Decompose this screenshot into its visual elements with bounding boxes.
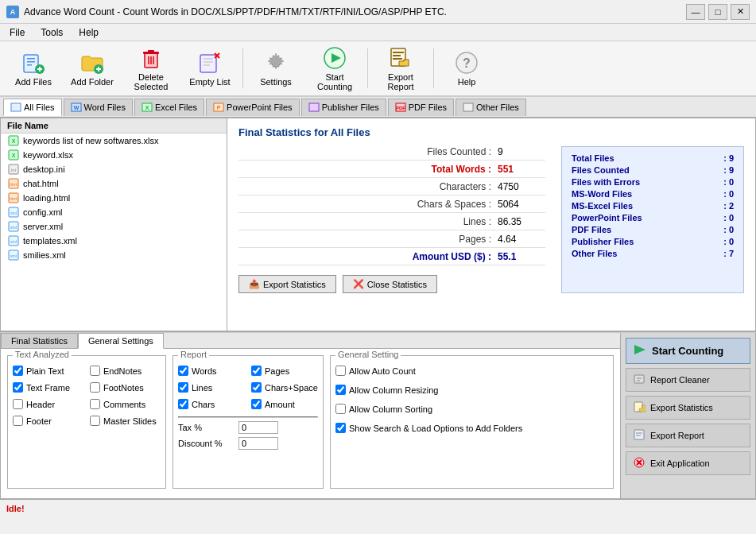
- svg-rect-33: [11, 103, 21, 111]
- discount-input[interactable]: [238, 437, 278, 450]
- file-item[interactable]: X keyword.xlsx: [1, 148, 227, 162]
- menu-bar: File Tools Help: [0, 24, 756, 41]
- close-statistics-button[interactable]: ❌ Close Statistics: [343, 275, 437, 293]
- footer-checkbox[interactable]: [13, 416, 23, 426]
- discount-row: Discount %: [178, 437, 318, 450]
- file-item[interactable]: xml config.xml: [1, 205, 227, 219]
- toolbar-separator-2: [367, 48, 368, 88]
- tab-excel-files[interactable]: X Excel Files: [134, 99, 204, 116]
- words-checkbox[interactable]: [178, 366, 188, 376]
- stats-buttons: 📤 Export Statistics ❌ Close Statistics: [238, 275, 545, 293]
- export-statistics-button[interactable]: 📤 Export Statistics: [238, 275, 336, 293]
- add-files-icon: [21, 50, 46, 75]
- tab-publisher-files[interactable]: Publisher Files: [301, 99, 386, 116]
- export-report-right-button[interactable]: Export Report: [626, 424, 750, 447]
- file-xlsx-icon: X: [7, 135, 20, 146]
- tab-all-files[interactable]: All Files: [3, 99, 62, 116]
- file-name: keywords list of new softwares.xlsx: [23, 136, 159, 145]
- start-counting-right-button[interactable]: Start Counting: [626, 338, 750, 364]
- stat-label-total-words: Total Words :: [238, 164, 498, 175]
- search-load-checkbox[interactable]: [335, 423, 346, 433]
- file-name: server.xml: [23, 222, 63, 231]
- tax-input[interactable]: [238, 421, 278, 434]
- column-sorting-checkbox[interactable]: [335, 404, 346, 414]
- checkbox-footer: Footer: [13, 416, 83, 426]
- chars-space-checkbox[interactable]: [251, 382, 262, 393]
- words-label: Words: [192, 366, 217, 376]
- maximize-button[interactable]: □: [708, 4, 727, 20]
- close-stats-icon: ❌: [353, 279, 364, 289]
- delete-selected-label: Delete Selected: [126, 72, 176, 91]
- file-item[interactable]: X keywords list of new softwares.xlsx: [1, 134, 227, 148]
- file-item[interactable]: xml smilies.xml: [1, 248, 227, 262]
- tab-word-files[interactable]: W Word Files: [64, 99, 133, 116]
- tab-final-statistics[interactable]: Final Statistics: [1, 333, 78, 348]
- tab-publisher-files-label: Publisher Files: [322, 103, 379, 112]
- stat-right-other: Other Files : 7: [572, 249, 734, 258]
- checkbox-header: Header: [13, 399, 83, 409]
- empty-list-button[interactable]: Empty List: [181, 44, 238, 92]
- minimize-button[interactable]: —: [686, 4, 705, 20]
- auto-count-checkbox[interactable]: [335, 366, 346, 376]
- add-files-button[interactable]: Add Files: [5, 44, 62, 92]
- master-slides-checkbox[interactable]: [90, 416, 100, 426]
- comments-checkbox[interactable]: [90, 399, 100, 409]
- pages-checkbox[interactable]: [251, 366, 262, 376]
- settings-button[interactable]: Settings: [247, 44, 304, 92]
- checkbox-comments: Comments: [90, 399, 161, 409]
- stat-right-label-files-counted: Files Counted: [572, 165, 630, 175]
- menu-tools[interactable]: Tools: [37, 26, 66, 39]
- amount-checkbox[interactable]: [251, 399, 262, 409]
- tab-other-files[interactable]: Other Files: [456, 99, 526, 116]
- svg-text:xml: xml: [10, 211, 17, 215]
- stat-value-pages: 4.64: [498, 234, 545, 245]
- chars-checkbox[interactable]: [178, 399, 188, 409]
- svg-text:W: W: [73, 105, 79, 110]
- bottom-tabs: Final Statistics General Settings: [1, 333, 620, 349]
- export-statistics-right-button[interactable]: Export Statistics: [626, 396, 750, 420]
- delete-selected-button[interactable]: Delete Selected: [122, 44, 180, 92]
- status-bar: Idle!: [0, 499, 756, 517]
- stat-row-lines: Lines : 86.35: [238, 216, 545, 230]
- tab-powerpoint-files[interactable]: P PowerPoint Files: [206, 99, 300, 116]
- app-title: Advance Word Count - Count Words in DOC/…: [24, 6, 686, 17]
- file-item[interactable]: html loading.html: [1, 191, 227, 205]
- column-resizing-checkbox[interactable]: [335, 385, 346, 395]
- lines-label: Lines: [192, 383, 212, 393]
- exit-application-button[interactable]: Exit Application: [626, 451, 750, 475]
- file-list-header: File Name: [1, 118, 227, 134]
- export-report-button[interactable]: Export Report: [372, 44, 429, 92]
- file-item[interactable]: html chat.html: [1, 176, 227, 191]
- add-folder-button[interactable]: Add Folder: [64, 44, 121, 92]
- other-tab-icon: [463, 103, 474, 112]
- text-analyzed-title: Text Analyzed: [13, 350, 72, 359]
- lines-checkbox[interactable]: [178, 382, 188, 393]
- file-item[interactable]: xml templates.xml: [1, 234, 227, 248]
- endnotes-checkbox[interactable]: [90, 366, 100, 376]
- file-item[interactable]: xml server.xml: [1, 219, 227, 234]
- tab-pdf-files[interactable]: PDF PDF Files: [388, 99, 454, 116]
- plain-text-checkbox[interactable]: [13, 366, 23, 376]
- tab-general-settings[interactable]: General Settings: [78, 333, 164, 349]
- report-cleaner-label: Report Cleaner: [650, 375, 710, 385]
- start-counting-button[interactable]: Start Counting: [306, 44, 363, 92]
- header-checkbox[interactable]: [13, 399, 23, 409]
- pdf-tab-icon: PDF: [395, 103, 406, 112]
- report-cleaner-button[interactable]: Report Cleaner: [626, 368, 750, 392]
- help-button[interactable]: ? Help: [438, 44, 495, 92]
- main-content: File Name X keywords list of new softwar…: [0, 118, 756, 332]
- stat-row-chars-spaces: Chars & Spaces : 5064: [238, 199, 545, 213]
- start-counting-right-icon: [633, 343, 647, 358]
- chars-label: Chars: [192, 400, 215, 409]
- file-html-icon: html: [7, 178, 20, 189]
- stat-right-label-publisher: Publisher Files: [572, 237, 634, 246]
- bottom-left: Final Statistics General Settings Text A…: [0, 333, 621, 499]
- menu-file[interactable]: File: [6, 26, 28, 39]
- file-item[interactable]: ini desktop.ini: [1, 162, 227, 176]
- close-button[interactable]: ✕: [731, 4, 750, 20]
- menu-help[interactable]: Help: [76, 26, 102, 39]
- text-frame-checkbox[interactable]: [13, 382, 23, 393]
- close-statistics-label: Close Statistics: [367, 280, 427, 289]
- stat-right-value-other: : 7: [723, 249, 734, 258]
- footnotes-checkbox[interactable]: [90, 382, 100, 393]
